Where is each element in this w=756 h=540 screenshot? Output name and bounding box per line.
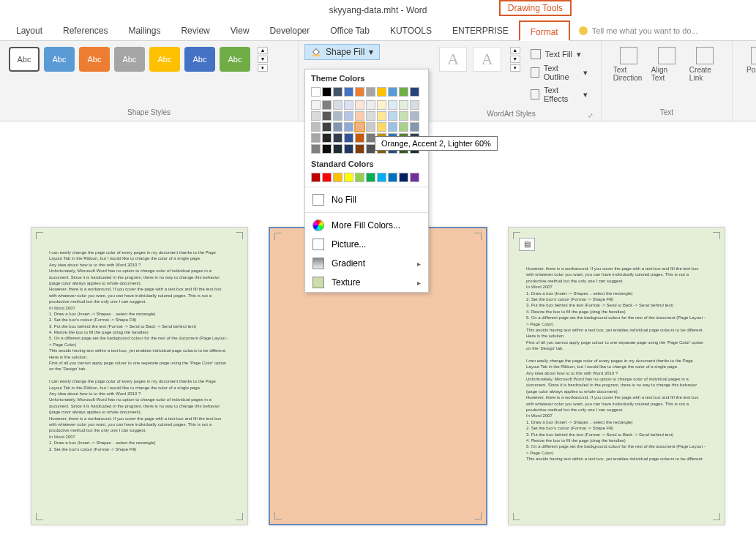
layout-options-icon[interactable]: ▤: [519, 238, 535, 251]
color-swatch[interactable]: [410, 122, 419, 132]
position-button[interactable]: Position: [744, 47, 756, 74]
color-swatch[interactable]: [311, 144, 321, 154]
shape-style-2[interactable]: Abc: [44, 47, 75, 72]
color-swatch[interactable]: [322, 100, 332, 110]
more-colors-item[interactable]: More Fill Colors...: [305, 216, 428, 235]
text-direction-button[interactable]: Text Direction: [613, 47, 644, 82]
color-swatch[interactable]: [344, 144, 353, 154]
picture-item[interactable]: Picture...: [305, 235, 428, 254]
wordart-gallery[interactable]: A A ▲▼▾ Text Fill▾ Text Outline▾ Text Ef…: [436, 44, 595, 108]
tab-review[interactable]: Review: [171, 20, 220, 41]
color-swatch[interactable]: [322, 87, 332, 97]
color-swatch[interactable]: [311, 122, 321, 132]
text-fill-button[interactable]: Text Fill▾: [531, 48, 588, 60]
tell-me-input[interactable]: Tell me what you want to do...: [579, 26, 698, 35]
color-swatch[interactable]: [410, 111, 419, 121]
align-text-button[interactable]: Align Text: [651, 47, 682, 82]
gradient-item[interactable]: Gradient▸: [305, 254, 428, 273]
color-swatch[interactable]: [399, 100, 408, 110]
color-swatch[interactable]: [344, 133, 353, 143]
color-swatch[interactable]: [355, 111, 364, 121]
color-swatch[interactable]: [322, 122, 332, 132]
page-3[interactable]: ▤ However, there is a workaround. If you…: [508, 227, 725, 525]
color-swatch[interactable]: [311, 100, 321, 110]
color-swatch[interactable]: [344, 100, 353, 110]
wordart-style-2[interactable]: A: [473, 47, 501, 72]
tab-developer[interactable]: Developer: [260, 20, 321, 41]
color-swatch[interactable]: [410, 173, 419, 182]
color-swatch[interactable]: [344, 173, 353, 182]
color-swatch[interactable]: [355, 87, 364, 97]
color-swatch[interactable]: [377, 87, 386, 97]
wordart-launcher[interactable]: ⤢: [586, 112, 595, 119]
shape-fill-button[interactable]: Shape Fill ▾: [304, 44, 380, 60]
tab-office-tab[interactable]: Office Tab: [320, 20, 380, 41]
color-swatch[interactable]: [344, 111, 353, 121]
color-swatch[interactable]: [366, 173, 375, 182]
wordart-style-1[interactable]: A: [439, 47, 467, 72]
shape-style-5[interactable]: Abc: [149, 47, 180, 72]
color-swatch[interactable]: [322, 111, 332, 121]
no-fill-item[interactable]: No Fill: [305, 190, 428, 209]
color-swatch[interactable]: [388, 100, 397, 110]
tab-mailings[interactable]: Mailings: [118, 20, 171, 41]
color-swatch[interactable]: [333, 133, 343, 143]
color-swatch[interactable]: [333, 87, 343, 97]
color-swatch[interactable]: [388, 111, 397, 121]
color-swatch[interactable]: [377, 111, 386, 121]
color-swatch[interactable]: [388, 87, 397, 97]
texture-item[interactable]: Texture▸: [305, 273, 428, 292]
color-swatch[interactable]: [311, 173, 321, 182]
color-swatch[interactable]: [344, 87, 353, 97]
tab-view[interactable]: View: [220, 20, 260, 41]
color-swatch[interactable]: [344, 122, 353, 132]
color-swatch[interactable]: [322, 133, 332, 143]
color-swatch[interactable]: [366, 111, 375, 121]
color-swatch[interactable]: [410, 87, 419, 97]
color-swatch[interactable]: [355, 173, 364, 182]
color-swatch[interactable]: [355, 100, 364, 110]
text-outline-button[interactable]: Text Outline▾: [531, 63, 588, 82]
color-swatch[interactable]: [399, 87, 408, 97]
color-swatch[interactable]: [388, 173, 397, 182]
color-swatch[interactable]: [333, 100, 343, 110]
color-swatch[interactable]: [355, 144, 364, 154]
wordart-scroll[interactable]: ▲▼▾: [510, 47, 520, 105]
color-swatch[interactable]: [377, 100, 386, 110]
shape-style-7[interactable]: Abc: [220, 47, 250, 72]
color-swatch[interactable]: [322, 144, 332, 154]
color-swatch[interactable]: [399, 173, 408, 182]
tab-enterprise[interactable]: ENTERPRISE: [442, 20, 519, 41]
color-swatch[interactable]: [366, 87, 375, 97]
page-1[interactable]: I can easily change the page color of ev…: [31, 227, 248, 525]
tab-format[interactable]: Format: [519, 20, 570, 41]
color-swatch[interactable]: [388, 122, 397, 132]
color-swatch[interactable]: [410, 100, 419, 110]
color-swatch[interactable]: [399, 122, 408, 132]
color-swatch[interactable]: [333, 144, 343, 154]
color-swatch[interactable]: [311, 111, 321, 121]
color-swatch[interactable]: [355, 122, 364, 132]
text-effects-button[interactable]: Text Effects▾: [531, 85, 588, 104]
tab-layout[interactable]: Layout: [6, 20, 53, 41]
create-link-button[interactable]: Create Link: [689, 47, 720, 82]
color-swatch[interactable]: [333, 111, 343, 121]
tab-kutools[interactable]: KUTOOLS: [380, 20, 442, 41]
tab-references[interactable]: References: [53, 20, 118, 41]
color-swatch[interactable]: [366, 100, 375, 110]
color-swatch[interactable]: [399, 111, 408, 121]
gallery-scroll[interactable]: ▲▼▾: [258, 47, 268, 72]
shape-style-6[interactable]: Abc: [184, 47, 215, 72]
color-swatch[interactable]: [333, 122, 343, 132]
color-swatch[interactable]: [311, 87, 321, 97]
color-swatch[interactable]: [355, 133, 364, 143]
shape-style-gallery[interactable]: Abc Abc Abc Abc Abc Abc Abc ▲▼▾: [6, 44, 292, 75]
color-swatch[interactable]: [377, 173, 386, 182]
shape-style-3[interactable]: Abc: [79, 47, 110, 72]
color-swatch[interactable]: [333, 173, 343, 182]
shape-style-1[interactable]: Abc: [9, 47, 40, 72]
context-tab-drawing-tools[interactable]: Drawing Tools: [499, 0, 572, 16]
color-swatch[interactable]: [366, 122, 375, 132]
shape-style-4[interactable]: Abc: [114, 47, 145, 72]
color-swatch[interactable]: [322, 173, 332, 182]
